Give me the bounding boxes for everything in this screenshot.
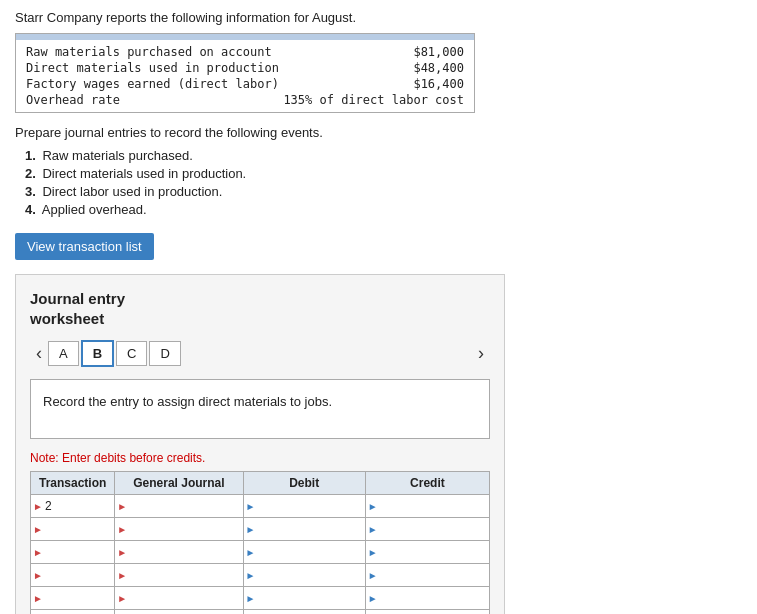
debit-icon-3[interactable]: ► bbox=[244, 547, 258, 558]
credit-cell-3[interactable]: ► bbox=[365, 541, 489, 564]
tab-b[interactable]: B bbox=[81, 340, 114, 367]
transaction-cell-6: ► bbox=[31, 610, 115, 615]
instruction-text: Record the entry to assign direct materi… bbox=[43, 394, 332, 409]
credit-input-3[interactable] bbox=[380, 541, 489, 563]
note-text: Note: Enter debits before credits. bbox=[30, 451, 490, 465]
table-row-4: ► ► ► ► bbox=[31, 564, 490, 587]
gj-input-4[interactable] bbox=[129, 564, 242, 586]
col-header-general-journal: General Journal bbox=[115, 472, 243, 495]
table-row-6: ► ► ► ► bbox=[31, 610, 490, 615]
data-row-3-label: Factory wages earned (direct labor) bbox=[26, 77, 384, 91]
credit-input-2[interactable] bbox=[380, 518, 489, 540]
gj-icon-1[interactable]: ► bbox=[115, 501, 129, 512]
data-row-4-value: 135% of direct labor cost bbox=[283, 93, 464, 107]
credit-icon-4[interactable]: ► bbox=[366, 570, 380, 581]
list-item-3: 3. Direct labor used in production. bbox=[25, 184, 742, 199]
tab-c[interactable]: C bbox=[116, 341, 147, 366]
list-item-1-text: Raw materials purchased. bbox=[42, 148, 192, 163]
data-row-2-value: $48,400 bbox=[384, 61, 464, 75]
debit-cell-2[interactable]: ► bbox=[243, 518, 365, 541]
general-journal-cell-3[interactable]: ► bbox=[115, 541, 243, 564]
debit-icon-4[interactable]: ► bbox=[244, 570, 258, 581]
tabs-row: ‹ A B C D › bbox=[30, 340, 490, 367]
debit-input-2[interactable] bbox=[257, 518, 364, 540]
data-row-2: Direct materials used in production $48,… bbox=[26, 60, 464, 76]
data-row-4-label: Overhead rate bbox=[26, 93, 283, 107]
table-row-5: ► ► ► ► bbox=[31, 587, 490, 610]
gj-input-2[interactable] bbox=[129, 518, 242, 540]
debit-cell-1[interactable]: ► bbox=[243, 495, 365, 518]
credit-cell-4[interactable]: ► bbox=[365, 564, 489, 587]
transaction-icon-3[interactable]: ► bbox=[31, 547, 45, 558]
tab-d[interactable]: D bbox=[149, 341, 180, 366]
debit-input-6[interactable] bbox=[257, 610, 364, 614]
gj-icon-3[interactable]: ► bbox=[115, 547, 129, 558]
debit-icon-2[interactable]: ► bbox=[244, 524, 258, 535]
credit-input-6[interactable] bbox=[380, 610, 489, 614]
credit-cell-5[interactable]: ► bbox=[365, 587, 489, 610]
general-journal-cell-5[interactable]: ► bbox=[115, 587, 243, 610]
list-item-1-num: 1. bbox=[25, 148, 36, 163]
credit-input-5[interactable] bbox=[380, 587, 489, 609]
transaction-icon-1[interactable]: ► bbox=[31, 501, 45, 512]
transaction-icon-2[interactable]: ► bbox=[31, 524, 45, 535]
tab-a[interactable]: A bbox=[48, 341, 79, 366]
debit-input-5[interactable] bbox=[257, 587, 364, 609]
gj-input-3[interactable] bbox=[129, 541, 242, 563]
intro-text: Starr Company reports the following info… bbox=[15, 10, 742, 25]
debit-cell-3[interactable]: ► bbox=[243, 541, 365, 564]
col-header-transaction: Transaction bbox=[31, 472, 115, 495]
list-item-4: 4. Applied overhead. bbox=[25, 202, 742, 217]
gj-icon-4[interactable]: ► bbox=[115, 570, 129, 581]
list-item-2-text: Direct materials used in production. bbox=[42, 166, 246, 181]
gj-input-1[interactable] bbox=[129, 495, 242, 517]
data-row-1-label: Raw materials purchased on account bbox=[26, 45, 384, 59]
data-table-body: Raw materials purchased on account $81,0… bbox=[16, 40, 474, 112]
transaction-cell-5: ► bbox=[31, 587, 115, 610]
tab-next-button[interactable]: › bbox=[472, 341, 490, 366]
transaction-number-1: 2 bbox=[45, 499, 52, 513]
transaction-cell-3: ► bbox=[31, 541, 115, 564]
view-transaction-button[interactable]: View transaction list bbox=[15, 233, 154, 260]
credit-icon-3[interactable]: ► bbox=[366, 547, 380, 558]
transaction-icon-5[interactable]: ► bbox=[31, 593, 45, 604]
gj-input-5[interactable] bbox=[129, 587, 242, 609]
list-item-2: 2. Direct materials used in production. bbox=[25, 166, 742, 181]
gj-icon-5[interactable]: ► bbox=[115, 593, 129, 604]
general-journal-cell-2[interactable]: ► bbox=[115, 518, 243, 541]
credit-input-4[interactable] bbox=[380, 564, 489, 586]
debit-input-1[interactable] bbox=[257, 495, 364, 517]
col-header-credit: Credit bbox=[365, 472, 489, 495]
worksheet-container: Journal entryworksheet ‹ A B C D › Recor… bbox=[15, 274, 505, 614]
general-journal-cell-4[interactable]: ► bbox=[115, 564, 243, 587]
debit-icon-5[interactable]: ► bbox=[244, 593, 258, 604]
debit-cell-4[interactable]: ► bbox=[243, 564, 365, 587]
debit-input-3[interactable] bbox=[257, 541, 364, 563]
general-journal-cell-6[interactable]: ► bbox=[115, 610, 243, 615]
debit-cell-6[interactable]: ► bbox=[243, 610, 365, 615]
gj-icon-2[interactable]: ► bbox=[115, 524, 129, 535]
debit-icon-1[interactable]: ► bbox=[244, 501, 258, 512]
instruction-box: Record the entry to assign direct materi… bbox=[30, 379, 490, 439]
general-journal-cell-1[interactable]: ► bbox=[115, 495, 243, 518]
list-item-2-num: 2. bbox=[25, 166, 36, 181]
debit-cell-5[interactable]: ► bbox=[243, 587, 365, 610]
credit-cell-1[interactable]: ► bbox=[365, 495, 489, 518]
credit-icon-2[interactable]: ► bbox=[366, 524, 380, 535]
list-item-4-num: 4. bbox=[25, 202, 36, 217]
debit-input-4[interactable] bbox=[257, 564, 364, 586]
transaction-icon-4[interactable]: ► bbox=[31, 570, 45, 581]
tab-prev-button[interactable]: ‹ bbox=[30, 341, 48, 366]
data-row-3: Factory wages earned (direct labor) $16,… bbox=[26, 76, 464, 92]
credit-input-1[interactable] bbox=[380, 495, 489, 517]
prepare-text: Prepare journal entries to record the fo… bbox=[15, 125, 742, 140]
data-row-1-value: $81,000 bbox=[384, 45, 464, 59]
credit-icon-5[interactable]: ► bbox=[366, 593, 380, 604]
journal-table: Transaction General Journal Debit Credit… bbox=[30, 471, 490, 614]
credit-cell-2[interactable]: ► bbox=[365, 518, 489, 541]
credit-cell-6[interactable]: ► bbox=[365, 610, 489, 615]
gj-input-6[interactable] bbox=[129, 610, 242, 614]
credit-icon-1[interactable]: ► bbox=[366, 501, 380, 512]
numbered-list: 1. Raw materials purchased. 2. Direct ma… bbox=[25, 148, 742, 217]
worksheet-title: Journal entryworksheet bbox=[30, 289, 490, 328]
